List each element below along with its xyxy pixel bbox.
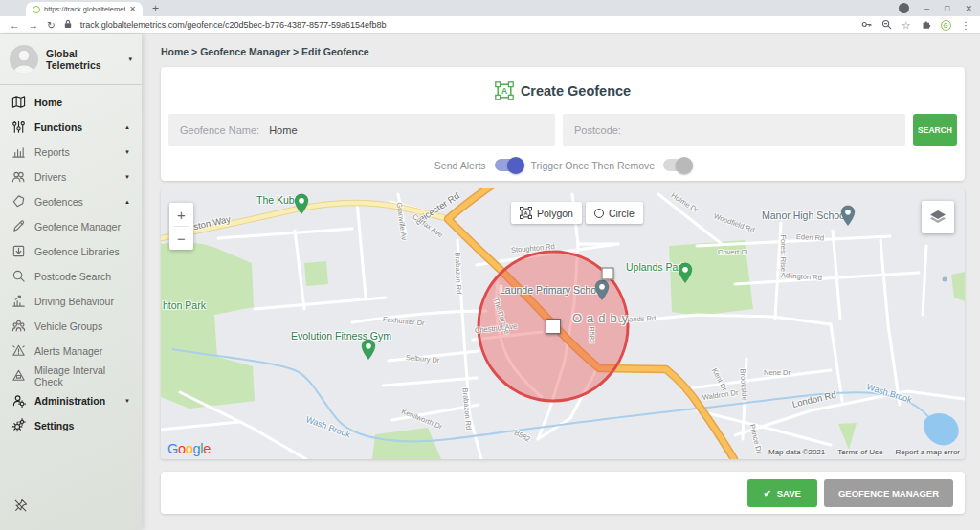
card-title-row: A Create Geofence (168, 81, 957, 100)
shape-toolbar: A Polygon Circle (511, 202, 643, 224)
search-button[interactable]: SEARCH (913, 114, 957, 146)
account-name: Global Telemetrics (46, 48, 121, 71)
gauge-icon (11, 368, 26, 385)
zoom-out-button[interactable]: − (169, 227, 193, 250)
geofence-name-value: Home (269, 124, 297, 136)
tray-icon (11, 244, 26, 260)
avatar (10, 45, 38, 74)
map[interactable]: The KubeLeicester Rderston WayWoodfield … (161, 188, 965, 459)
window-maximize-button[interactable]: □ (945, 4, 949, 13)
tab-title: https://track.globaltelemetrics.c (44, 5, 125, 13)
sidebar-item-reports[interactable]: Reports ▼ (0, 140, 142, 165)
key-icon[interactable] (861, 19, 872, 32)
pin-slash-icon (13, 499, 28, 516)
new-tab-button[interactable]: + (152, 2, 159, 16)
check-icon: ✔ (764, 488, 771, 498)
zoom-in-button[interactable]: + (169, 203, 193, 226)
send-alerts-toggle[interactable] (495, 159, 523, 171)
gear-icon (11, 418, 26, 434)
page-title: Create Geofence (521, 83, 631, 99)
bookmark-star-icon[interactable]: ☆ (902, 19, 910, 31)
map-icon (11, 95, 26, 111)
geofence-icon: A (495, 81, 514, 100)
chevron-down-icon: ▾ (128, 55, 132, 63)
sidebar-unpin-button[interactable] (0, 487, 142, 530)
svg-text:A: A (524, 210, 528, 216)
report-map-error-link[interactable]: Report a map error (895, 448, 960, 456)
alert-icon (11, 343, 26, 360)
circle-button[interactable]: Circle (586, 202, 643, 224)
lock-icon (64, 19, 72, 31)
breadcrumb: Home > Geofence Manager > Edit Geofence (161, 46, 965, 57)
reload-button[interactable]: ↻ (47, 19, 56, 31)
layers-icon (928, 208, 947, 227)
tab-favicon (33, 6, 40, 13)
account-menu[interactable]: Global Telemetrics ▾ (0, 34, 142, 85)
geofence-name-label: Geofence Name: (180, 124, 259, 136)
zoom-icon[interactable] (881, 19, 892, 32)
map-canvas[interactable] (161, 188, 965, 459)
main-content: Home > Geofence Manager > Edit Geofence … (142, 34, 980, 530)
sidebar-item-driving-behaviour[interactable]: Driving Behaviour (0, 289, 142, 314)
postcode-input[interactable]: Postcode: (563, 114, 905, 146)
address-bar[interactable]: track.globaltelemetrics.com/geofence/c20… (80, 20, 387, 30)
sidebar-item-geofences[interactable]: Geofences ▲ (0, 189, 142, 214)
polygon-icon: A (520, 207, 532, 219)
shape-icon (11, 194, 26, 210)
back-button[interactable]: ← (10, 19, 20, 31)
browser-toolbar: ← → ↻ track.globaltelemetrics.com/geofen… (0, 16, 980, 34)
chart-up-icon (11, 294, 26, 310)
geofence-manager-button[interactable]: GEOFENCE MANAGER (824, 479, 953, 507)
admin-icon (11, 393, 26, 409)
sidebar-item-alerts-manager[interactable]: Alerts Manager (0, 339, 142, 364)
chart-icon (11, 144, 26, 161)
save-button[interactable]: ✔ SAVE (747, 479, 817, 507)
google-logo[interactable]: Google (167, 441, 211, 456)
sidebar-item-geofence-libraries[interactable]: Geofence Libraries (0, 239, 142, 264)
tab-close-icon[interactable]: ✕ (129, 5, 136, 13)
sliders-icon (11, 120, 26, 136)
sidebar-item-geofence-manager[interactable]: Geofence Manager (0, 214, 142, 239)
browser-tab[interactable]: https://track.globaltelemetrics.c ✕ (26, 2, 143, 16)
sidebar-item-mileage-interval-check[interactable]: Mileage Interval Check (0, 364, 142, 388)
sidebar-item-functions[interactable]: Functions ▲ (0, 115, 142, 140)
trigger-once-toggle[interactable] (663, 159, 691, 171)
browser-profile-icon[interactable] (899, 3, 909, 13)
trigger-once-label: Trigger Once Then Remove (531, 160, 656, 171)
extensions-puzzle-icon[interactable] (921, 19, 931, 32)
browser-menu-icon[interactable]: ⋮ (961, 19, 971, 31)
send-alerts-label: Send Alerts (434, 160, 486, 171)
sidebar-item-postcode-search[interactable]: Postcode Search (0, 264, 142, 289)
sidebar: Global Telemetrics ▾ Home Functions ▲ Re… (0, 34, 142, 530)
pencil-icon (11, 219, 26, 235)
browser-chrome: https://track.globaltelemetrics.c ✕ + – … (0, 0, 980, 34)
users-icon (11, 169, 26, 186)
sidebar-item-administration[interactable]: Administration ▼ (0, 388, 142, 413)
map-data-credit: Map data ©2021 (768, 448, 825, 456)
map-zoom-control: + − (169, 203, 193, 250)
window-close-button[interactable]: ✕ (965, 4, 972, 13)
geofence-radius-handle[interactable] (602, 268, 614, 280)
grammarly-icon[interactable]: G (941, 20, 951, 31)
geofence-name-input[interactable]: Geofence Name: Home (168, 114, 555, 146)
sidebar-item-home[interactable]: Home (0, 90, 142, 115)
sidebar-item-vehicle-groups[interactable]: Vehicle Groups (0, 314, 142, 339)
create-geofence-card: A Create Geofence Geofence Name: Home Po… (161, 67, 965, 181)
sidebar-item-settings[interactable]: Settings (0, 413, 142, 438)
tab-strip: https://track.globaltelemetrics.c ✕ + – … (0, 0, 980, 16)
sidebar-nav: Home Functions ▲ Reports ▼ Drivers ▼ Geo… (0, 85, 142, 443)
postcode-placeholder: Postcode: (574, 124, 621, 136)
search-icon (11, 269, 26, 285)
map-attribution: Map data ©2021 Terms of Use Report a map… (768, 448, 960, 456)
circle-icon (594, 209, 604, 218)
action-bar: ✔ SAVE GEOFENCE MANAGER (161, 472, 965, 514)
geofence-center-handle[interactable] (546, 319, 561, 334)
forward-button[interactable]: → (29, 19, 39, 31)
terms-of-use-link[interactable]: Terms of Use (837, 448, 882, 456)
map-layers-button[interactable] (922, 201, 954, 233)
group-icon (11, 319, 26, 335)
window-minimize-button[interactable]: – (924, 4, 929, 13)
polygon-button[interactable]: A Polygon (511, 202, 582, 224)
sidebar-item-drivers[interactable]: Drivers ▼ (0, 165, 142, 189)
svg-text:A: A (501, 86, 507, 96)
